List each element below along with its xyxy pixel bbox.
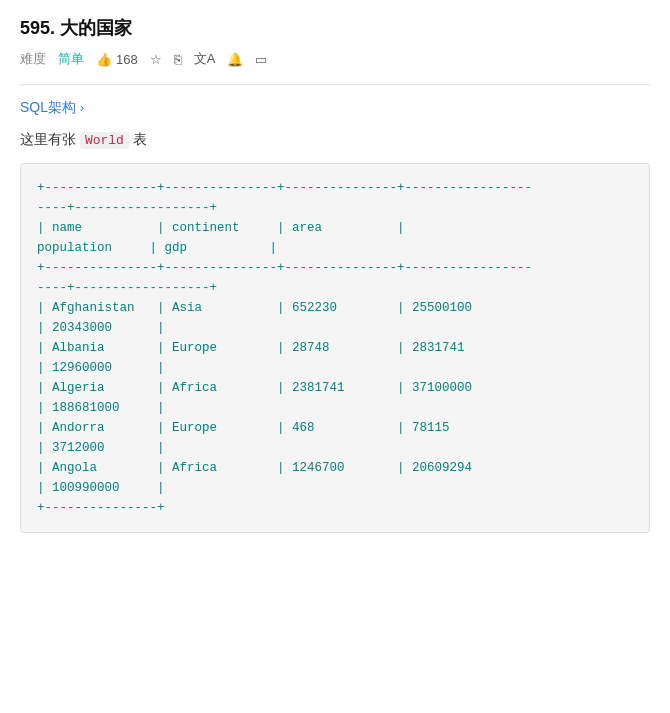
like-group[interactable]: 👍 168 [96, 52, 138, 67]
chevron-right-icon: › [80, 101, 84, 115]
description-text: 这里有张 World 表 [20, 131, 650, 149]
bookmark-button[interactable]: ▭ [255, 52, 267, 67]
translate-button[interactable]: 文A [194, 50, 216, 68]
table-preview-box: +---------------+---------------+-------… [20, 163, 650, 533]
bell-button[interactable]: 🔔 [227, 52, 243, 67]
table-data: +---------------+---------------+-------… [37, 178, 633, 518]
sql-schema-label: SQL架构 [20, 99, 76, 117]
problem-title: 595. 大的国家 [20, 16, 650, 40]
bookmark-icon: ▭ [255, 52, 267, 67]
translate-icon: 文A [194, 50, 216, 68]
thumb-up-icon: 👍 [96, 52, 112, 67]
difficulty-value: 简单 [58, 50, 84, 68]
bell-icon: 🔔 [227, 52, 243, 67]
star-icon: ☆ [150, 52, 162, 67]
star-button[interactable]: ☆ [150, 52, 162, 67]
meta-row: 难度 简单 👍 168 ☆ ⎘ 文A 🔔 ▭ [20, 50, 650, 68]
like-count: 168 [116, 52, 138, 67]
difficulty-label: 难度 [20, 50, 46, 68]
divider [20, 84, 650, 85]
share-icon: ⎘ [174, 52, 182, 67]
sql-schema-link[interactable]: SQL架构 › [20, 99, 650, 117]
share-button[interactable]: ⎘ [174, 52, 182, 67]
world-table-code: World [80, 132, 129, 149]
